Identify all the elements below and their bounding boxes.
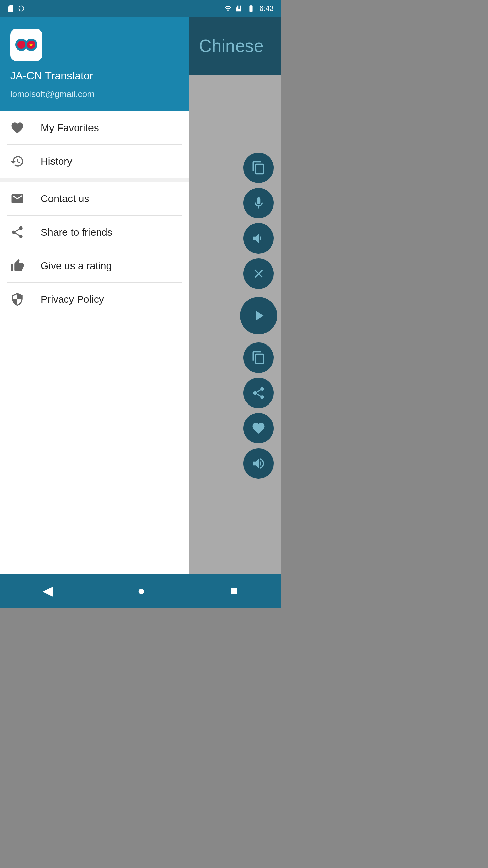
drawer-section-secondary: Contact us Share to friends Give us a ra… bbox=[0, 182, 189, 316]
home-button[interactable]: ● bbox=[127, 580, 156, 601]
sd-card-icon bbox=[7, 5, 14, 12]
drawer-app-name: JA-CN Translator bbox=[10, 70, 179, 82]
bg-app-content bbox=[189, 75, 281, 574]
history-icon bbox=[10, 154, 27, 169]
drawer-section-main: My Favorites History bbox=[0, 111, 189, 178]
status-time: 6:43 bbox=[259, 4, 274, 13]
share-label: Share to friends bbox=[41, 226, 113, 238]
heart-icon bbox=[10, 121, 27, 135]
drawer-item-favorites[interactable]: My Favorites bbox=[0, 111, 189, 144]
language-label: Chinese bbox=[199, 36, 264, 56]
wifi-icon bbox=[223, 5, 233, 12]
rating-label: Give us a rating bbox=[41, 260, 112, 272]
svg-point-3 bbox=[17, 41, 25, 49]
section-divider bbox=[0, 178, 189, 182]
app-icon bbox=[10, 29, 42, 61]
navigation-drawer: JA-CN Translator lomolsoft@gmail.com My … bbox=[0, 17, 189, 574]
drawer-header: JA-CN Translator lomolsoft@gmail.com bbox=[0, 17, 189, 111]
battery-icon bbox=[246, 5, 257, 12]
back-button[interactable]: ◀ bbox=[33, 580, 63, 601]
privacy-label: Privacy Policy bbox=[41, 294, 104, 305]
close-btn[interactable] bbox=[243, 258, 274, 289]
status-icons: 6:43 bbox=[223, 4, 274, 13]
drawer-email: lomolsoft@gmail.com bbox=[10, 89, 179, 99]
drawer-item-privacy[interactable]: Privacy Policy bbox=[0, 283, 189, 316]
status-bar-left bbox=[7, 5, 25, 12]
svg-point-0 bbox=[19, 6, 24, 11]
copy-btn[interactable] bbox=[243, 342, 274, 373]
heart-action-btn[interactable] bbox=[243, 413, 274, 443]
status-bar: 6:43 bbox=[0, 0, 281, 17]
share-icon bbox=[10, 225, 27, 239]
contact-label: Contact us bbox=[41, 193, 89, 204]
play-btn[interactable] bbox=[240, 297, 277, 334]
right-buttons bbox=[240, 153, 277, 479]
drawer-item-rating[interactable]: Give us a rating bbox=[0, 249, 189, 282]
shield-icon bbox=[10, 292, 27, 307]
email-icon bbox=[10, 192, 27, 206]
clipboard-btn[interactable] bbox=[243, 153, 274, 183]
signal-icon bbox=[236, 5, 243, 12]
thumbup-icon bbox=[10, 259, 27, 273]
bottom-nav: ◀ ● ■ bbox=[0, 574, 281, 608]
drawer-item-history[interactable]: History bbox=[0, 145, 189, 178]
volume-action-btn[interactable] bbox=[243, 448, 274, 479]
recent-button[interactable]: ■ bbox=[220, 580, 248, 601]
share-action-btn[interactable] bbox=[243, 378, 274, 408]
drawer-item-contact[interactable]: Contact us bbox=[0, 182, 189, 215]
favorites-label: My Favorites bbox=[41, 122, 99, 134]
drawer-item-share[interactable]: Share to friends bbox=[0, 216, 189, 249]
speaker-btn[interactable] bbox=[243, 223, 274, 254]
circle-status-icon bbox=[18, 5, 25, 12]
bg-app-header: Chinese bbox=[189, 17, 281, 75]
mic-btn[interactable] bbox=[243, 188, 274, 218]
history-label: History bbox=[41, 156, 72, 167]
app-icon-svg bbox=[12, 31, 41, 59]
